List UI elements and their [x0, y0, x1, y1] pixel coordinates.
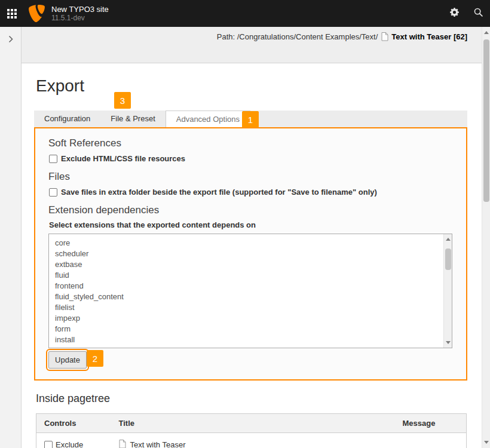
typo3-logo-icon: [29, 5, 45, 22]
extension-option[interactable]: extbase: [49, 259, 452, 270]
scroll-up-icon[interactable]: [484, 31, 489, 34]
exclude-record-checkbox[interactable]: [44, 441, 53, 448]
page-title: Export: [36, 76, 84, 96]
settings-button[interactable]: [442, 0, 466, 27]
annotation-marker-2: 2: [87, 350, 103, 367]
advanced-options-panel: Soft References Exclude HTML/CSS file re…: [34, 127, 467, 381]
extensions-listbox[interactable]: core scheduler extbase fluid frontend fl…: [48, 234, 452, 348]
inside-pagetree-heading: Inside pagetree: [36, 392, 110, 405]
site-name: New TYPO3 site: [51, 5, 109, 14]
extension-option[interactable]: core: [49, 238, 452, 248]
update-button[interactable]: Update: [48, 351, 87, 369]
record-message: [395, 433, 467, 448]
search-button[interactable]: [466, 0, 490, 27]
extension-option[interactable]: install: [49, 335, 452, 345]
typo3-brand[interactable]: New TYPO3 site 11.5.1-dev: [29, 5, 109, 22]
extension-option[interactable]: frontend: [49, 281, 452, 291]
expand-navigation-button[interactable]: [0, 34, 21, 46]
window-scrollbar[interactable]: [482, 27, 490, 448]
soft-references-heading: Soft References: [48, 137, 453, 149]
table-row: Exclude Text w: [36, 433, 467, 448]
listbox-scrollbar[interactable]: [443, 234, 452, 348]
extension-option[interactable]: fluid_styled_content: [49, 291, 452, 302]
gear-icon: [449, 7, 460, 20]
scroll-up-icon[interactable]: [446, 238, 451, 241]
save-files-row: Save files in extra folder beside the ex…: [49, 188, 453, 197]
save-files-label: Save files in extra folder beside the ex…: [61, 188, 377, 197]
extension-option[interactable]: impexp: [49, 313, 452, 324]
site-version: 11.5.1-dev: [51, 14, 109, 22]
column-title: Title: [111, 414, 395, 433]
extension-option[interactable]: info: [49, 345, 452, 348]
table-header-row: Controls Title Message: [36, 414, 467, 433]
navigation-strip: [0, 27, 22, 448]
column-message: Message: [395, 414, 467, 433]
extension-option[interactable]: fluid: [49, 270, 452, 281]
app-grid-icon: [7, 9, 17, 19]
scroll-down-icon[interactable]: [484, 441, 489, 444]
tab-file-preset[interactable]: File & Preset: [100, 111, 165, 127]
page-icon: [119, 440, 126, 448]
listbox-scrollbar-thumb[interactable]: [445, 248, 451, 270]
exclude-record-label: Exclude: [56, 440, 83, 448]
files-heading: Files: [48, 171, 453, 183]
tab-configuration[interactable]: Configuration: [34, 111, 100, 127]
exclude-htmlcss-checkbox[interactable]: [49, 155, 57, 163]
save-files-checkbox[interactable]: [49, 188, 57, 197]
chevron-right-icon: [8, 35, 13, 45]
breadcrumb: Path: /Congratulations/Content Examples/…: [217, 32, 467, 41]
app-body: Path: /Congratulations/Content Examples/…: [0, 27, 490, 448]
pagetree-table: Controls Title Message Exclude: [36, 413, 467, 448]
exclude-htmlcss-row: Exclude HTML/CSS file resources: [49, 154, 453, 163]
module-area: Path: /Congratulations/Content Examples/…: [22, 27, 490, 448]
search-icon: [473, 7, 483, 20]
breadcrumb-path: Path: /Congratulations/Content Examples/…: [217, 32, 378, 41]
breadcrumb-record-title[interactable]: Text with Teaser [62]: [391, 32, 467, 41]
annotation-marker-3: 3: [114, 92, 131, 109]
scroll-down-icon[interactable]: [446, 341, 451, 344]
extension-option[interactable]: scheduler: [49, 248, 452, 259]
annotation-marker-1: 1: [242, 111, 259, 128]
extension-dependencies-heading: Extension dependencies: [48, 204, 453, 216]
window-scrollbar-thumb[interactable]: [483, 39, 489, 202]
tab-advanced-options[interactable]: Advanced Options: [166, 111, 250, 127]
page-icon: [381, 32, 388, 41]
exclude-htmlcss-label: Exclude HTML/CSS file resources: [61, 154, 185, 163]
module-menu-button[interactable]: [0, 0, 24, 27]
record-title: Text with Teaser: [130, 440, 186, 448]
docheader: Path: /Congratulations/Content Examples/…: [22, 27, 490, 63]
extension-option[interactable]: filelist: [49, 302, 452, 313]
extension-option[interactable]: form: [49, 324, 452, 335]
topbar: New TYPO3 site 11.5.1-dev: [0, 0, 490, 27]
column-controls: Controls: [36, 414, 111, 433]
select-extensions-label: Select extensions that the exported cont…: [49, 220, 453, 229]
